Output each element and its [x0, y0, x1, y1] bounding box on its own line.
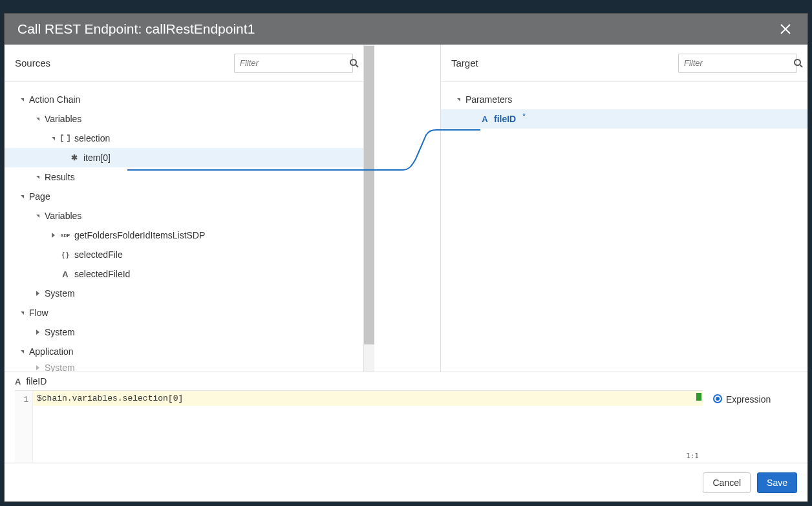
code-gutter: 1 — [15, 391, 33, 463]
target-tree[interactable]: Parameters fileID* — [441, 82, 807, 372]
sources-heading: Sources — [15, 58, 234, 69]
chevron-down-icon[interactable] — [34, 174, 41, 180]
tree-label: selectedFile — [74, 249, 123, 260]
target-filter[interactable] — [678, 54, 797, 73]
chevron-down-icon[interactable] — [50, 135, 56, 142]
search-icon — [349, 58, 359, 69]
tree-label: fileID — [494, 114, 516, 124]
tree-node-selectedfile[interactable]: selectedFile — [5, 245, 363, 264]
chevron-down-icon[interactable] — [34, 213, 41, 219]
editor-param-name: fileID — [26, 376, 47, 386]
tree-node-fileid[interactable]: fileID* — [441, 109, 807, 129]
chevron-down-icon[interactable] — [19, 96, 25, 103]
tree-node-variables[interactable]: Variables — [5, 109, 363, 129]
tree-label: Application — [29, 346, 74, 357]
svg-line-3 — [356, 65, 358, 67]
dialog-footer: Cancel Save — [5, 463, 807, 501]
tree-label: item[0] — [83, 153, 111, 163]
chevron-down-icon[interactable] — [455, 96, 462, 103]
expression-editor-area: fileID 1 $chain.variables.selection[0] 1… — [5, 372, 807, 463]
string-icon — [60, 269, 70, 279]
tree-node-results[interactable]: Results — [5, 167, 363, 187]
editor-mode: Expression — [713, 390, 797, 463]
tree-node-flow-system[interactable]: System — [5, 322, 363, 342]
tree-node-page[interactable]: Page — [5, 187, 363, 206]
save-button[interactable]: Save — [757, 472, 797, 493]
chevron-right-icon[interactable] — [34, 329, 41, 335]
code-editor[interactable]: 1 $chain.variables.selection[0] 1:1 — [15, 390, 703, 463]
tree-label: System — [45, 288, 75, 299]
mapping-panels: Sources Action Chain Variables selection… — [5, 45, 807, 372]
sources-tree[interactable]: Action Chain Variables selection item[0]… — [5, 82, 363, 372]
dialog-call-rest-endpoint: Call REST Endpoint: callRestEndpoint1 So… — [4, 13, 808, 502]
scrollbar-thumb[interactable] — [364, 46, 374, 344]
svg-point-2 — [350, 59, 356, 65]
search-icon — [793, 58, 804, 69]
editor-body: 1 $chain.variables.selection[0] 1:1 Expr… — [5, 390, 807, 463]
tree-node-flow[interactable]: Flow — [5, 303, 363, 322]
code-marker — [696, 393, 701, 401]
titlebar: Call REST Endpoint: callRestEndpoint1 — [5, 14, 807, 45]
expression-radio[interactable] — [713, 394, 722, 403]
tree-label: selectedFileId — [74, 269, 130, 279]
tree-node-selection[interactable]: selection — [5, 129, 363, 148]
tree-node-selectedfileid[interactable]: selectedFileId — [5, 264, 363, 284]
tree-label: Flow — [29, 308, 48, 318]
tree-node-getfolders[interactable]: getFoldersFolderIdItemsListSDP — [5, 226, 363, 245]
sources-filter-input[interactable] — [240, 58, 349, 68]
target-panel: Target Parameters fileID* — [441, 45, 807, 372]
sources-filter[interactable] — [234, 54, 353, 73]
code-content[interactable]: $chain.variables.selection[0] 1:1 — [33, 391, 703, 463]
svg-point-4 — [795, 59, 800, 65]
any-type-icon — [69, 153, 80, 162]
sources-header: Sources — [5, 45, 363, 82]
sdp-icon — [60, 231, 70, 240]
string-icon — [480, 114, 490, 123]
required-indicator: * — [522, 112, 526, 121]
chevron-right-icon[interactable] — [50, 232, 56, 238]
radio-dot — [716, 397, 720, 401]
tree-node-action-chain[interactable]: Action Chain — [5, 90, 363, 109]
close-button[interactable] — [776, 20, 795, 38]
tree-label: System — [45, 363, 75, 372]
tree-node-app-system[interactable]: System — [5, 361, 363, 372]
tree-label: Action Chain — [29, 94, 80, 105]
array-icon — [60, 134, 70, 143]
sources-panel: Sources Action Chain Variables selection… — [5, 45, 363, 372]
close-icon — [780, 23, 791, 35]
tree-node-parameters[interactable]: Parameters — [441, 90, 807, 109]
tree-label: Results — [45, 172, 75, 182]
tree-label: Page — [29, 191, 50, 202]
dialog-body: Sources Action Chain Variables selection… — [5, 45, 807, 501]
chevron-down-icon[interactable] — [19, 193, 25, 200]
line-number: 1 — [15, 395, 28, 405]
chevron-right-icon[interactable] — [34, 364, 41, 371]
object-icon — [60, 250, 70, 259]
cursor-position: 1:1 — [686, 452, 699, 460]
target-header: Target — [441, 45, 807, 82]
target-filter-input[interactable] — [684, 58, 793, 68]
tree-node-item0[interactable]: item[0] — [5, 148, 363, 167]
panels-divider — [363, 45, 441, 372]
chevron-right-icon[interactable] — [34, 290, 41, 297]
svg-line-5 — [800, 65, 802, 67]
tree-label: selection — [74, 133, 110, 143]
tree-node-page-variables[interactable]: Variables — [5, 206, 363, 226]
dialog-title: Call REST Endpoint: callRestEndpoint1 — [17, 21, 776, 37]
expression-label: Expression — [726, 394, 771, 405]
tree-node-page-system[interactable]: System — [5, 284, 363, 303]
cancel-button[interactable]: Cancel — [703, 472, 751, 493]
chevron-down-icon[interactable] — [34, 116, 41, 122]
scrollbar-track[interactable] — [364, 45, 374, 372]
code-line-1[interactable]: $chain.variables.selection[0] — [33, 391, 703, 406]
string-icon — [15, 376, 21, 386]
chevron-down-icon[interactable] — [19, 348, 25, 355]
tree-label: Parameters — [465, 94, 512, 105]
tree-label: getFoldersFolderIdItemsListSDP — [74, 230, 205, 240]
tree-node-application[interactable]: Application — [5, 342, 363, 361]
tree-label: Variables — [45, 114, 81, 124]
target-heading: Target — [451, 58, 678, 69]
tree-label: System — [45, 327, 75, 337]
editor-header: fileID — [5, 372, 807, 390]
chevron-down-icon[interactable] — [19, 310, 25, 316]
